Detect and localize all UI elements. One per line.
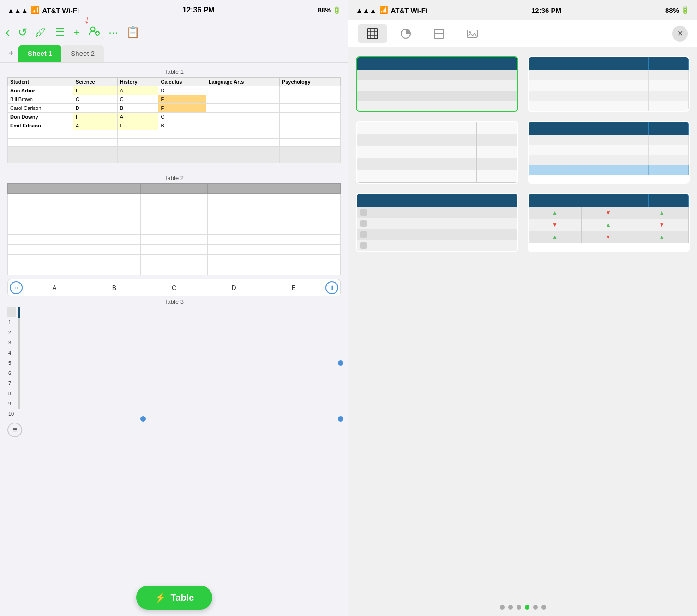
sheet2-tab[interactable]: Sheet 2 [61,45,104,62]
cell[interactable]: Don Downy [8,113,73,121]
col-d[interactable]: D [204,281,264,294]
more-button[interactable]: ··· [108,26,118,39]
cell[interactable]: Bill Brown [8,95,73,104]
table-style-5[interactable] [356,193,518,252]
page-dot-4[interactable] [525,605,529,610]
cell[interactable] [8,235,74,245]
cell[interactable] [158,155,206,163]
cell[interactable] [73,155,118,163]
cell[interactable]: F [117,121,158,130]
cell[interactable]: Ann Arbor [8,86,73,95]
table-style-6[interactable]: ▲ ▼ ▲ ▼ ▲ ▼ ▲ ▼ ▲ [528,193,690,252]
cell[interactable] [8,265,74,275]
cell[interactable] [207,235,274,245]
pause-button[interactable]: ⏸ [325,281,338,294]
cell[interactable] [73,130,118,139]
cell[interactable]: F [158,104,206,113]
cell[interactable] [8,147,73,155]
cell[interactable] [279,86,340,95]
page-dot-3[interactable] [517,605,521,610]
cell[interactable] [141,184,207,194]
cell[interactable] [206,86,279,95]
format-button[interactable]: ☰ [55,26,65,39]
cell[interactable] [279,95,340,104]
cell[interactable] [8,245,74,255]
cell[interactable] [117,139,158,147]
cell[interactable] [8,130,73,139]
cell[interactable] [74,245,141,255]
table-button[interactable]: ⚡ Table [136,586,213,610]
back-button[interactable]: ‹ [6,25,10,40]
cell[interactable] [74,235,141,245]
cell[interactable]: Carol Carlson [8,104,73,113]
tab-shapes[interactable] [424,24,454,43]
cell[interactable] [8,194,74,204]
cell[interactable] [206,121,279,130]
cell[interactable]: C [73,95,118,104]
cell[interactable] [207,194,274,204]
cell[interactable] [20,328,20,338]
cell[interactable] [207,204,274,214]
cell[interactable] [274,184,340,194]
cell[interactable] [141,265,207,275]
cell[interactable] [20,389,20,399]
share-button[interactable]: 📋 [126,26,140,39]
cell[interactable] [141,255,207,265]
cell[interactable] [8,184,74,194]
cell[interactable] [207,255,274,265]
col-b[interactable]: B [84,281,144,294]
cell[interactable] [117,147,158,155]
cell[interactable]: C [117,95,158,104]
cell[interactable] [158,130,206,139]
table-style-4[interactable] [528,121,690,184]
sheet1-tab[interactable]: Sheet 1 [18,45,61,62]
resize-handle-right[interactable] [338,360,343,366]
table-style-3[interactable] [356,121,518,184]
cell[interactable]: D [73,104,118,113]
cell[interactable]: F [73,113,118,121]
cell[interactable]: C [158,113,206,121]
cell[interactable] [274,245,340,255]
cell[interactable] [141,245,207,255]
page-dot-2[interactable] [508,605,513,610]
cell[interactable] [279,139,340,147]
cell[interactable] [206,113,279,121]
cell[interactable] [73,139,118,147]
cell[interactable] [274,204,340,214]
cell[interactable] [206,130,279,139]
page-dot-1[interactable] [500,605,505,610]
cell[interactable] [8,139,73,147]
cell[interactable] [74,194,141,204]
cell[interactable] [8,155,73,163]
cell[interactable] [158,139,206,147]
tab-table[interactable] [358,24,387,43]
cell[interactable] [141,214,207,224]
cell[interactable] [20,379,20,389]
cell[interactable] [158,147,206,155]
cell[interactable] [20,308,20,318]
cell[interactable] [8,204,74,214]
brush-button[interactable]: 🖊 [36,26,47,39]
cell[interactable] [8,255,74,265]
cell[interactable]: B [158,121,206,130]
cell[interactable] [274,214,340,224]
cell[interactable] [206,104,279,113]
cell[interactable] [206,155,279,163]
cell[interactable] [74,184,141,194]
cell[interactable] [279,147,340,155]
cell[interactable] [206,147,279,155]
page-dot-5[interactable] [533,605,538,610]
resize-handle-bottom[interactable] [140,416,146,422]
tab-chart[interactable] [391,24,421,43]
cell[interactable] [274,255,340,265]
table-style-1[interactable] [356,56,518,112]
tab-media[interactable] [457,24,487,43]
cell[interactable] [20,399,20,409]
add-person-button[interactable] [88,25,100,40]
cell[interactable]: F [158,95,206,104]
cell[interactable] [141,224,207,235]
cell[interactable] [8,224,74,235]
cell[interactable] [207,214,274,224]
cell[interactable]: F [73,86,118,95]
cell[interactable] [207,245,274,255]
